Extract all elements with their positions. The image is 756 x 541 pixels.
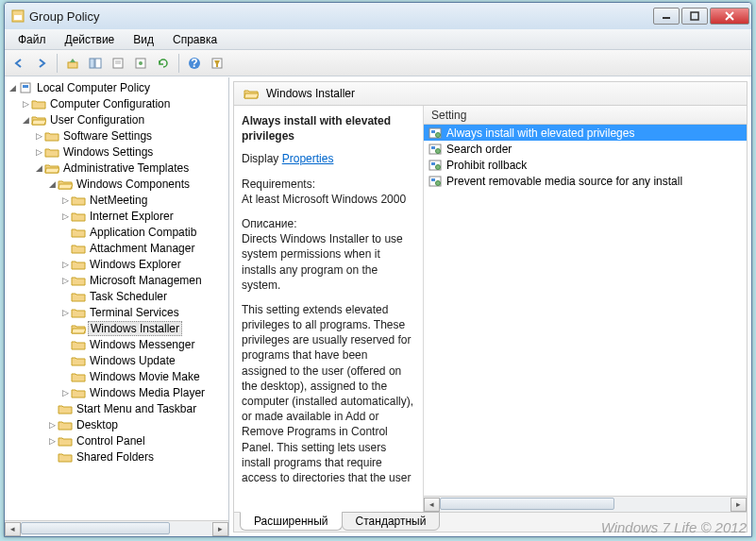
tree-item[interactable]: Task Scheduler xyxy=(5,288,228,304)
tree-item[interactable]: ▷Microsoft Managemen xyxy=(5,272,228,288)
expand-icon[interactable]: ▷ xyxy=(59,308,71,317)
tree-item[interactable]: Application Compatib xyxy=(5,224,228,240)
policy-icon xyxy=(18,81,33,93)
tree-item[interactable]: ▷Windows Explorer xyxy=(5,256,228,272)
details-header: Windows Installer xyxy=(233,81,748,106)
description-label: Описание: xyxy=(242,216,415,231)
export-button[interactable] xyxy=(108,53,128,74)
scroll-left-button[interactable]: ◂ xyxy=(5,522,21,536)
refresh-button[interactable] xyxy=(153,53,174,74)
tree-user-config[interactable]: ◢ User Configuration xyxy=(5,111,228,127)
list-item[interactable]: Always install with elevated privileges xyxy=(424,125,747,141)
folder-icon xyxy=(44,129,59,142)
scroll-left-button[interactable]: ◂ xyxy=(424,498,440,512)
tree-control-panel[interactable]: ▷ Control Panel xyxy=(5,432,228,448)
list-item[interactable]: Prevent removable media source for any i… xyxy=(424,173,747,189)
tree-label: Software Settings xyxy=(61,129,154,143)
collapse-icon[interactable]: ◢ xyxy=(7,83,18,93)
collapse-icon[interactable]: ◢ xyxy=(33,163,44,173)
folder-icon xyxy=(71,226,86,238)
expand-icon[interactable]: ▷ xyxy=(20,99,31,109)
tree-shared-folders[interactable]: Shared Folders xyxy=(5,448,228,465)
tree-root[interactable]: ◢ Local Computer Policy xyxy=(5,79,228,95)
tree-item[interactable]: ▷Terminal Services xyxy=(5,304,228,320)
expand-icon[interactable]: ▷ xyxy=(59,276,71,285)
back-button[interactable] xyxy=(8,53,29,74)
expand-icon[interactable]: ▷ xyxy=(59,260,71,269)
tree-item[interactable]: Windows Messenger xyxy=(5,336,228,352)
expand-icon[interactable]: ▷ xyxy=(59,211,71,221)
expand-icon[interactable]: ▷ xyxy=(46,420,58,430)
tree-item[interactable]: Windows Update xyxy=(5,352,228,368)
properties-button[interactable] xyxy=(130,53,151,74)
scroll-right-button[interactable]: ▸ xyxy=(731,498,747,512)
svg-rect-7 xyxy=(90,59,94,68)
tab-standard[interactable]: Стандартный xyxy=(342,512,441,531)
folder-icon xyxy=(58,402,73,414)
svg-rect-18 xyxy=(23,85,28,88)
list-item-label: Prevent removable media source for any i… xyxy=(446,175,682,188)
tree-item[interactable]: ▷Windows Media Player xyxy=(5,384,228,400)
help-button[interactable]: ? xyxy=(184,53,205,74)
tree-windows-components[interactable]: ◢ Windows Components xyxy=(5,176,228,192)
tree-view[interactable]: ◢ Local Computer Policy ▷ Computer Confi… xyxy=(5,77,228,520)
folder-icon xyxy=(71,242,86,254)
collapse-icon[interactable]: ◢ xyxy=(20,115,31,125)
list-item-label: Prohibit rollback xyxy=(446,159,527,172)
scroll-right-button[interactable]: ▸ xyxy=(212,522,228,536)
close-button[interactable] xyxy=(710,8,749,25)
menu-action[interactable]: Действие xyxy=(56,31,125,48)
list-item[interactable]: Prohibit rollback xyxy=(424,157,747,173)
maximize-button[interactable] xyxy=(681,8,708,25)
tree-label: Task Scheduler xyxy=(88,290,169,303)
tree-h-scrollbar[interactable]: ◂ ▸ xyxy=(5,520,228,536)
tree-item[interactable]: ▷NetMeeting xyxy=(5,192,228,208)
up-button[interactable] xyxy=(62,53,83,74)
display-label: Display xyxy=(242,152,278,165)
filter-button[interactable] xyxy=(207,53,227,74)
tree-start-menu[interactable]: Start Menu and Taskbar xyxy=(5,400,228,416)
tree-desktop[interactable]: ▷ Desktop xyxy=(5,416,228,432)
menu-file[interactable]: Файл xyxy=(8,31,56,48)
app-icon xyxy=(10,8,25,24)
svg-point-13 xyxy=(139,61,143,65)
column-header-setting[interactable]: Setting xyxy=(424,106,747,125)
menu-help[interactable]: Справка xyxy=(163,31,227,48)
tree-pane: ◢ Local Computer Policy ▷ Computer Confi… xyxy=(5,77,229,536)
menu-view[interactable]: Вид xyxy=(124,31,163,48)
list-h-scrollbar[interactable]: ◂ ▸ xyxy=(424,496,747,512)
tree-item[interactable]: ▷Internet Explorer xyxy=(5,208,228,224)
forward-button[interactable] xyxy=(31,53,52,74)
tree-item[interactable]: Attachment Manager xyxy=(5,240,228,256)
collapse-icon[interactable]: ◢ xyxy=(46,179,58,189)
settings-list[interactable]: Always install with elevated privilegesS… xyxy=(424,125,747,496)
tree-computer-config[interactable]: ▷ Computer Configuration xyxy=(5,95,228,111)
svg-point-24 xyxy=(436,148,441,153)
tab-extended[interactable]: Расширенный xyxy=(240,512,343,531)
tree-label: Windows Messenger xyxy=(88,338,196,351)
list-item-label: Search order xyxy=(446,143,512,156)
show-hide-tree-button[interactable] xyxy=(85,53,106,74)
svg-text:?: ? xyxy=(191,57,197,70)
svg-rect-29 xyxy=(431,178,435,181)
tree-label: Microsoft Managemen xyxy=(88,274,204,287)
expand-icon[interactable]: ▷ xyxy=(33,147,44,157)
title-bar[interactable]: Group Policy xyxy=(5,3,751,29)
expand-icon[interactable]: ▷ xyxy=(33,131,44,141)
properties-link[interactable]: Properties xyxy=(282,152,334,165)
tree-label: Windows Settings xyxy=(61,145,155,159)
folder-icon xyxy=(71,354,86,366)
expand-icon[interactable]: ▷ xyxy=(46,436,58,446)
tree-admin-templates[interactable]: ◢ Administrative Templates xyxy=(5,160,228,176)
tree-windows-settings[interactable]: ▷ Windows Settings xyxy=(5,144,228,160)
tree-item[interactable]: Windows Movie Make xyxy=(5,368,228,384)
tree-label: Windows Installer xyxy=(88,321,182,336)
tree-software-settings[interactable]: ▷ Software Settings xyxy=(5,127,228,144)
expand-icon[interactable]: ▷ xyxy=(59,388,71,397)
list-item[interactable]: Search order xyxy=(424,141,747,157)
tree-item[interactable]: Windows Installer xyxy=(5,320,228,336)
expand-icon[interactable]: ▷ xyxy=(59,195,71,205)
minimize-button[interactable] xyxy=(653,8,680,25)
tree-label: Windows Explorer xyxy=(88,258,183,271)
folder-open-icon xyxy=(44,161,59,174)
